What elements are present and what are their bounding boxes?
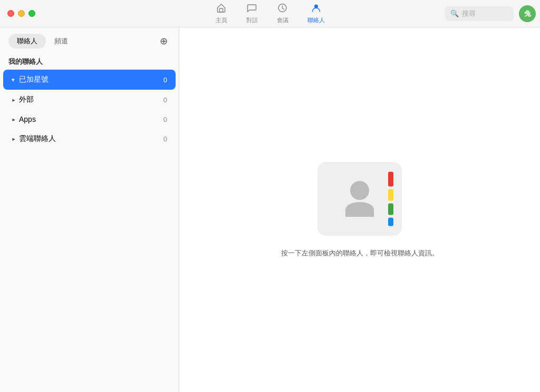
- group-starred-count: 0: [163, 76, 167, 84]
- sidebar: 聯絡人 頻道 ⊕ 我的聯絡人 ▾ 已加星號 0 ▾ 外部 0 ▾ Apps: [0, 27, 179, 392]
- group-cloud-count: 0: [163, 135, 167, 143]
- group-apps[interactable]: ▾ Apps 0: [3, 110, 176, 129]
- empty-illustration: [317, 162, 402, 236]
- traffic-lights: [0, 10, 35, 17]
- avatar-placeholder: [345, 181, 374, 217]
- tab-contacts[interactable]: 聯絡人: [298, 0, 334, 27]
- tab-home[interactable]: 主頁: [206, 0, 237, 27]
- color-bars: [388, 171, 393, 226]
- home-icon: [216, 3, 227, 15]
- group-cloud[interactable]: ▾ 雲端聯絡人 0: [3, 129, 176, 149]
- nav-tabs: 主頁 對話 會議: [206, 0, 334, 27]
- group-starred[interactable]: ▾ 已加星號 0: [3, 70, 176, 90]
- sidebar-tab-contacts[interactable]: 聯絡人: [8, 34, 46, 49]
- group-apps-label: Apps: [19, 115, 163, 123]
- titlebar: 主頁 對話 會議: [0, 0, 540, 27]
- sidebar-tab-channels[interactable]: 頻道: [46, 34, 76, 49]
- tab-home-label: 主頁: [216, 16, 227, 24]
- empty-hint: 按一下左側面板內的聯絡人，即可檢視聯絡人資訊。: [281, 248, 439, 258]
- chevron-down-icon: ▾: [12, 77, 15, 83]
- group-cloud-label: 雲端聯絡人: [19, 134, 163, 144]
- contact-card-illustration: [317, 162, 402, 236]
- avatar-body: [345, 202, 374, 217]
- add-button[interactable]: ⊕: [157, 34, 170, 48]
- avatar-head: [350, 181, 369, 200]
- sidebar-tabs: 聯絡人 頻道 ⊕: [0, 27, 179, 53]
- main-content: 聯絡人 頻道 ⊕ 我的聯絡人 ▾ 已加星號 0 ▾ 外部 0 ▾ Apps: [0, 27, 540, 392]
- group-starred-label: 已加星號: [19, 75, 163, 84]
- tab-chat[interactable]: 對話: [237, 0, 267, 27]
- chevron-right-icon-apps: ▾: [10, 118, 17, 121]
- search-icon: 🔍: [450, 9, 459, 17]
- sidebar-tab-group: 聯絡人 頻道: [8, 34, 76, 49]
- search-placeholder: 搜尋: [462, 9, 476, 18]
- group-apps-count: 0: [163, 116, 167, 123]
- bar-green: [388, 203, 393, 215]
- group-external[interactable]: ▾ 外部 0: [3, 90, 176, 110]
- meeting-icon: [277, 3, 288, 15]
- svg-rect-0: [220, 8, 223, 12]
- main-panel: 按一下左側面板內的聯絡人，即可檢視聯絡人資訊。: [179, 27, 540, 392]
- bar-red: [388, 171, 393, 186]
- chevron-right-icon: ▾: [10, 98, 17, 101]
- chat-icon: [247, 3, 257, 15]
- bar-blue: [388, 217, 393, 226]
- search-area: 🔍 搜尋: [445, 6, 514, 21]
- chevron-right-icon-cloud: ▾: [10, 137, 17, 140]
- avatar-label: 兔: [524, 9, 531, 18]
- tab-chat-label: 對話: [246, 16, 258, 24]
- user-avatar[interactable]: 兔: [519, 5, 536, 22]
- close-button[interactable]: [7, 10, 14, 17]
- search-box[interactable]: 🔍 搜尋: [445, 6, 514, 21]
- contacts-icon: [311, 3, 321, 15]
- minimize-button[interactable]: [18, 10, 25, 17]
- tab-contacts-label: 聯絡人: [307, 16, 325, 24]
- maximize-button[interactable]: [28, 10, 35, 17]
- group-external-count: 0: [163, 96, 167, 104]
- group-external-label: 外部: [19, 95, 163, 104]
- contacts-section-title: 我的聯絡人: [0, 53, 179, 70]
- tab-meeting[interactable]: 會議: [267, 0, 298, 27]
- tab-meeting-label: 會議: [277, 16, 288, 24]
- bar-yellow: [388, 189, 393, 200]
